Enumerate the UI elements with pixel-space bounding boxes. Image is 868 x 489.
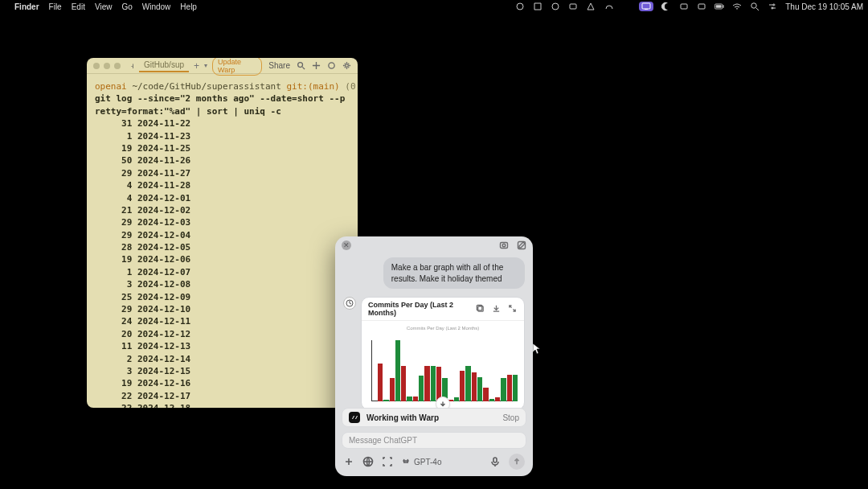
svg-point-6 <box>623 6 624 7</box>
message-input[interactable]: Message ChatGPT <box>342 432 526 449</box>
do-not-disturb-icon[interactable] <box>661 2 671 11</box>
expand-icon[interactable] <box>508 304 518 314</box>
svg-rect-2 <box>570 4 576 9</box>
chart-card-title: Commits Per Day (Last 2 Months) <box>368 301 476 317</box>
chart-bar <box>395 340 400 401</box>
terminal-output[interactable]: openai ~/code/GitHub/superassistant git:… <box>87 74 358 408</box>
model-picker[interactable]: GPT-4o <box>401 457 441 466</box>
battery-icon[interactable] <box>714 2 724 11</box>
menubar-file[interactable]: File <box>49 2 62 11</box>
control-center-icon[interactable] <box>768 2 777 11</box>
message-input-placeholder: Message ChatGPT <box>349 436 417 445</box>
menubar-edit[interactable]: Edit <box>72 2 85 11</box>
attach-icon[interactable] <box>343 456 354 467</box>
spotlight-search-icon[interactable] <box>750 2 760 11</box>
chart-bar <box>454 397 459 401</box>
update-warp-button[interactable]: Update Warp <box>212 58 262 76</box>
menubar-view[interactable]: View <box>95 2 113 11</box>
menubar-window[interactable]: Window <box>142 2 171 11</box>
svg-point-3 <box>623 3 624 5</box>
window-traffic-lights[interactable] <box>93 63 121 69</box>
capture-icon[interactable] <box>382 456 393 467</box>
new-tab-button[interactable]: + <box>194 60 199 72</box>
menubar-help[interactable]: Help <box>180 2 197 11</box>
chart-bar <box>407 397 411 401</box>
svg-point-19 <box>751 3 756 8</box>
assistant-avatar-icon <box>343 297 356 310</box>
wifi-icon[interactable] <box>732 2 742 11</box>
warp-app-icon <box>349 412 360 423</box>
chart-bar <box>465 366 470 401</box>
sparkle-icon[interactable] <box>312 61 321 71</box>
chart-bar <box>477 377 482 401</box>
screenshot-icon[interactable] <box>499 240 509 250</box>
close-icon[interactable]: ✕ <box>342 240 351 250</box>
menubar-status-icon[interactable] <box>568 2 578 11</box>
user-message-bubble: Make a bar graph with all of the results… <box>383 257 525 289</box>
chart-bar <box>419 376 424 401</box>
chart-bar <box>489 399 494 401</box>
chart-bar <box>424 366 429 401</box>
svg-rect-14 <box>681 4 687 9</box>
menubar-status-icon[interactable] <box>586 2 596 11</box>
svg-point-20 <box>298 63 303 68</box>
menubar-status-icon[interactable] <box>697 2 706 11</box>
gear-icon[interactable] <box>342 61 351 71</box>
commits-bar-chart: Commits Per Day (Last 2 Months) <box>362 321 524 408</box>
warp-tab[interactable]: GitHub/sup <box>139 59 189 72</box>
send-button[interactable] <box>509 454 525 470</box>
chart-bar <box>431 366 436 401</box>
menubar-status-icon[interactable] <box>679 2 689 11</box>
share-button[interactable]: Share <box>268 61 290 70</box>
chart-bar <box>413 397 418 401</box>
download-icon[interactable] <box>492 304 502 314</box>
svg-point-24 <box>502 244 506 247</box>
svg-point-21 <box>329 63 334 68</box>
notification-icon[interactable] <box>327 61 336 71</box>
menubar-go[interactable]: Go <box>121 2 132 11</box>
warp-window: ⫞ GitHub/sup + ▾ Update Warp Share opena… <box>87 58 358 408</box>
chart-bar <box>501 378 506 401</box>
svg-point-11 <box>628 8 629 10</box>
svg-rect-13 <box>645 9 648 10</box>
menubar-clock[interactable]: Thu Dec 19 10:05 AM <box>785 2 863 11</box>
chart-bar <box>383 400 388 401</box>
menubar-status-icon[interactable] <box>604 2 613 11</box>
svg-point-7 <box>625 6 627 7</box>
menubar-status-icon[interactable] <box>533 2 542 11</box>
stop-button[interactable]: Stop <box>502 413 519 422</box>
new-chat-icon[interactable] <box>517 240 526 250</box>
chart-bar <box>390 378 395 401</box>
screen-record-indicator-icon[interactable] <box>639 2 653 11</box>
chart-inner-title: Commits Per Day (Last 2 Months) <box>368 326 518 331</box>
svg-point-4 <box>625 3 627 5</box>
svg-point-9 <box>623 8 624 10</box>
warp-titlebar[interactable]: ⫞ GitHub/sup + ▾ Update Warp Share <box>87 58 358 74</box>
menubar-status-icon[interactable] <box>515 2 525 11</box>
chart-bar <box>483 388 488 401</box>
svg-rect-15 <box>698 4 705 9</box>
chart-bar <box>472 372 477 401</box>
svg-point-8 <box>628 6 629 7</box>
chat-toolbar: GPT-4o <box>335 452 533 476</box>
globe-icon[interactable] <box>362 456 374 467</box>
svg-point-10 <box>625 8 627 10</box>
status-text: Working with Warp <box>366 413 496 422</box>
tab-menu-chevron-icon[interactable]: ▾ <box>204 62 207 69</box>
chart-bar <box>401 366 406 401</box>
chart-bar <box>460 371 465 401</box>
menubar-status-icon[interactable] <box>621 2 631 11</box>
svg-point-1 <box>552 3 559 10</box>
split-icon[interactable]: ⫞ <box>130 61 134 70</box>
scroll-down-button[interactable] <box>436 397 450 408</box>
menubar-app-name[interactable]: Finder <box>14 2 39 11</box>
assistant-chart-card: Commits Per Day (Last 2 Months) Commits … <box>361 297 525 408</box>
search-icon[interactable] <box>297 61 305 71</box>
chart-bar <box>378 364 383 401</box>
chart-bar <box>495 397 500 401</box>
menubar-status-icon[interactable] <box>551 2 560 11</box>
chatgpt-titlebar[interactable]: ✕ <box>335 236 533 254</box>
copy-icon[interactable] <box>476 304 485 314</box>
svg-rect-17 <box>723 5 724 7</box>
microphone-icon[interactable] <box>489 456 501 467</box>
